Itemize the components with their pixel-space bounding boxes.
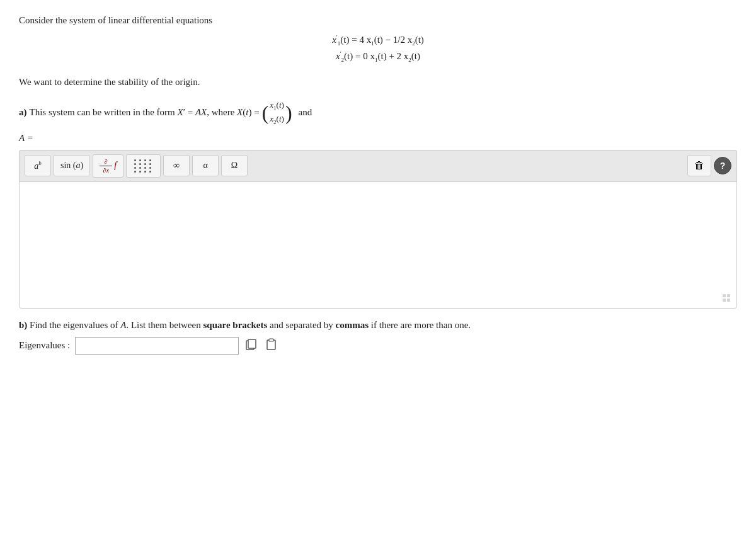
svg-rect-1	[727, 294, 730, 297]
fraction-button[interactable]: ∂ ∂x f	[93, 154, 123, 178]
part-a: a) This system can be written in the for…	[19, 99, 737, 127]
eigenvalues-label: Eigenvalues :	[19, 340, 70, 351]
page-content: Consider the system of linear differenti…	[19, 15, 737, 355]
equations-block: x′1(t) = 4 x1(t) − 1/2 x2(t) x′2(t) = 0 …	[19, 32, 737, 65]
matrix-cell-2: x2(t)	[270, 113, 284, 127]
intro-text: Consider the system of linear differenti…	[19, 15, 737, 26]
eigenvalues-row: Eigenvalues :	[19, 337, 737, 355]
equation-1: x′1(t) = 4 x1(t) − 1/2 x2(t)	[19, 32, 737, 48]
toolbar: ab sin (a) ∂ ∂x f	[19, 150, 737, 181]
part-b: b) Find the eigenvalues of A. List them …	[19, 320, 737, 331]
a-equals-label: A =	[19, 133, 737, 144]
matrix-inner: x1(t) x2(t)	[270, 99, 284, 127]
resize-handle-icon[interactable]	[721, 293, 731, 303]
trash-icon: 🗑	[694, 160, 704, 171]
omega-button[interactable]: Ω	[221, 155, 248, 176]
eigenvalues-icon-btn-2[interactable]	[264, 337, 279, 355]
equation-2: x′2(t) = 0 x1(t) + 2 x2(t)	[19, 48, 737, 65]
and-text: and	[299, 107, 312, 118]
eigenvalues-icon-btn-1[interactable]	[244, 337, 259, 355]
eigenvalues-input[interactable]	[75, 337, 239, 355]
part-a-description: This system can be written in the form X…	[30, 107, 260, 118]
stability-text: We want to determine the stability of th…	[19, 77, 737, 88]
paren-right: )	[285, 103, 292, 123]
math-input-area[interactable]	[26, 188, 730, 302]
help-button[interactable]: ?	[714, 157, 731, 174]
math-editor-wrapper: ab sin (a) ∂ ∂x f	[19, 150, 737, 309]
svg-rect-2	[723, 299, 726, 302]
svg-rect-3	[727, 299, 730, 302]
power-button[interactable]: ab	[25, 155, 51, 176]
matrix-cell-1: x1(t)	[270, 99, 284, 113]
svg-rect-7	[269, 339, 273, 341]
svg-rect-0	[723, 294, 726, 297]
part-a-label: a)	[19, 107, 27, 118]
paste-icon	[265, 338, 278, 351]
sin-button[interactable]: sin (a)	[54, 155, 90, 176]
matrix-button[interactable]	[126, 154, 161, 178]
alpha-button[interactable]: α	[192, 155, 219, 176]
editor-container	[19, 181, 737, 309]
matrix-Xt: ( x1(t) x2(t) )	[262, 99, 292, 127]
copy-icon	[245, 338, 258, 351]
paren-left: (	[262, 103, 269, 123]
svg-rect-5	[248, 339, 256, 348]
infinity-button[interactable]: ∞	[163, 155, 190, 176]
trash-button[interactable]: 🗑	[687, 155, 711, 176]
